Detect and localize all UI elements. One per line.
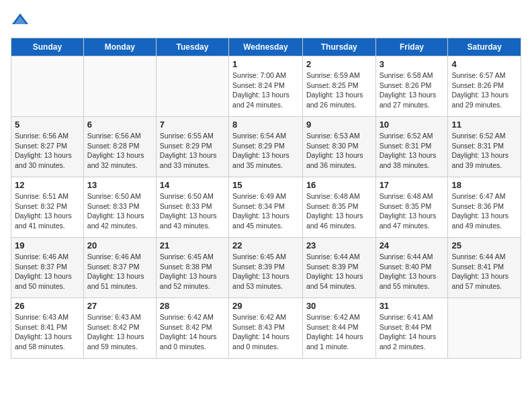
day-number: 28 [160, 301, 225, 311]
day-number: 4 [451, 59, 517, 69]
calendar-day-28: 28Sunrise: 6:42 AM Sunset: 8:42 PM Dayli… [156, 298, 228, 359]
day-info: Sunrise: 6:48 AM Sunset: 8:35 PM Dayligh… [380, 191, 445, 231]
day-number: 9 [306, 120, 372, 130]
day-info: Sunrise: 6:43 AM Sunset: 8:42 PM Dayligh… [87, 312, 152, 352]
day-info: Sunrise: 6:46 AM Sunset: 8:37 PM Dayligh… [87, 252, 152, 291]
calendar-day-22: 22Sunrise: 6:45 AM Sunset: 8:39 PM Dayli… [229, 238, 303, 298]
calendar-week-row: 1Sunrise: 7:00 AM Sunset: 8:24 PM Daylig… [11, 56, 521, 117]
calendar-day-empty [448, 298, 521, 359]
calendar-day-10: 10Sunrise: 6:52 AM Sunset: 8:31 PM Dayli… [375, 117, 448, 177]
day-info: Sunrise: 6:54 AM Sunset: 8:29 PM Dayligh… [232, 131, 299, 171]
day-number: 18 [451, 180, 517, 190]
day-number: 6 [87, 120, 152, 130]
weekday-header-wednesday: Wednesday [229, 38, 303, 56]
calendar-day-20: 20Sunrise: 6:46 AM Sunset: 8:37 PM Dayli… [83, 238, 156, 298]
calendar-day-21: 21Sunrise: 6:45 AM Sunset: 8:38 PM Dayli… [156, 238, 228, 298]
day-info: Sunrise: 6:43 AM Sunset: 8:41 PM Dayligh… [15, 312, 80, 352]
day-info: Sunrise: 6:51 AM Sunset: 8:32 PM Dayligh… [15, 191, 80, 231]
calendar-day-29: 29Sunrise: 6:42 AM Sunset: 8:43 PM Dayli… [229, 298, 303, 359]
day-number: 20 [87, 240, 152, 250]
day-number: 10 [380, 120, 445, 130]
calendar-day-empty [11, 56, 84, 117]
day-number: 16 [306, 180, 372, 190]
day-number: 21 [160, 240, 225, 250]
calendar-day-23: 23Sunrise: 6:44 AM Sunset: 8:39 PM Dayli… [302, 238, 375, 298]
calendar-day-17: 17Sunrise: 6:48 AM Sunset: 8:35 PM Dayli… [375, 177, 448, 238]
day-info: Sunrise: 6:58 AM Sunset: 8:26 PM Dayligh… [380, 71, 445, 110]
day-number: 15 [232, 180, 299, 190]
day-number: 31 [380, 301, 445, 311]
logo-icon [11, 11, 30, 30]
day-number: 26 [15, 301, 80, 311]
day-info: Sunrise: 6:49 AM Sunset: 8:34 PM Dayligh… [232, 191, 299, 231]
calendar-day-14: 14Sunrise: 6:50 AM Sunset: 8:33 PM Dayli… [156, 177, 228, 238]
calendar-table: SundayMondayTuesdayWednesdayThursdayFrid… [11, 38, 521, 359]
page-header [11, 11, 521, 30]
calendar-day-16: 16Sunrise: 6:48 AM Sunset: 8:35 PM Dayli… [302, 177, 375, 238]
day-info: Sunrise: 6:52 AM Sunset: 8:31 PM Dayligh… [451, 131, 517, 171]
day-number: 25 [451, 240, 517, 250]
day-info: Sunrise: 6:53 AM Sunset: 8:30 PM Dayligh… [306, 131, 372, 171]
calendar-day-9: 9Sunrise: 6:53 AM Sunset: 8:30 PM Daylig… [302, 117, 375, 177]
day-info: Sunrise: 6:55 AM Sunset: 8:29 PM Dayligh… [160, 131, 225, 171]
day-number: 29 [232, 301, 299, 311]
day-info: Sunrise: 6:47 AM Sunset: 8:36 PM Dayligh… [451, 191, 517, 231]
day-info: Sunrise: 6:45 AM Sunset: 8:38 PM Dayligh… [160, 252, 225, 291]
calendar-day-19: 19Sunrise: 6:46 AM Sunset: 8:37 PM Dayli… [11, 238, 84, 298]
calendar-day-empty [156, 56, 228, 117]
day-number: 17 [380, 180, 445, 190]
calendar-day-31: 31Sunrise: 6:41 AM Sunset: 8:44 PM Dayli… [375, 298, 448, 359]
calendar-week-row: 26Sunrise: 6:43 AM Sunset: 8:41 PM Dayli… [11, 298, 521, 359]
day-number: 27 [87, 301, 152, 311]
day-number: 1 [232, 59, 299, 69]
day-number: 13 [87, 180, 152, 190]
day-number: 8 [232, 120, 299, 130]
day-info: Sunrise: 6:44 AM Sunset: 8:39 PM Dayligh… [306, 252, 372, 291]
day-info: Sunrise: 6:44 AM Sunset: 8:40 PM Dayligh… [380, 252, 445, 291]
calendar-day-4: 4Sunrise: 6:57 AM Sunset: 8:26 PM Daylig… [448, 56, 521, 117]
calendar-day-13: 13Sunrise: 6:50 AM Sunset: 8:33 PM Dayli… [83, 177, 156, 238]
day-info: Sunrise: 6:42 AM Sunset: 8:43 PM Dayligh… [232, 312, 299, 352]
day-info: Sunrise: 7:00 AM Sunset: 8:24 PM Dayligh… [232, 71, 299, 110]
weekday-header-tuesday: Tuesday [156, 38, 228, 56]
weekday-header-row: SundayMondayTuesdayWednesdayThursdayFrid… [11, 38, 521, 56]
day-number: 22 [232, 240, 299, 250]
day-info: Sunrise: 6:52 AM Sunset: 8:31 PM Dayligh… [380, 131, 445, 171]
calendar-day-26: 26Sunrise: 6:43 AM Sunset: 8:41 PM Dayli… [11, 298, 84, 359]
weekday-header-sunday: Sunday [11, 38, 84, 56]
calendar-day-8: 8Sunrise: 6:54 AM Sunset: 8:29 PM Daylig… [229, 117, 303, 177]
weekday-header-monday: Monday [83, 38, 156, 56]
day-number: 5 [15, 120, 80, 130]
day-number: 30 [306, 301, 372, 311]
day-info: Sunrise: 6:45 AM Sunset: 8:39 PM Dayligh… [232, 252, 299, 291]
day-info: Sunrise: 6:46 AM Sunset: 8:37 PM Dayligh… [15, 252, 80, 291]
calendar-day-27: 27Sunrise: 6:43 AM Sunset: 8:42 PM Dayli… [83, 298, 156, 359]
weekday-header-saturday: Saturday [448, 38, 521, 56]
day-number: 23 [306, 240, 372, 250]
calendar-day-5: 5Sunrise: 6:56 AM Sunset: 8:27 PM Daylig… [11, 117, 84, 177]
logo [11, 11, 32, 30]
weekday-header-thursday: Thursday [302, 38, 375, 56]
day-info: Sunrise: 6:59 AM Sunset: 8:25 PM Dayligh… [306, 71, 372, 110]
calendar-day-30: 30Sunrise: 6:42 AM Sunset: 8:44 PM Dayli… [302, 298, 375, 359]
calendar-week-row: 5Sunrise: 6:56 AM Sunset: 8:27 PM Daylig… [11, 117, 521, 177]
day-number: 2 [306, 59, 372, 69]
calendar-week-row: 19Sunrise: 6:46 AM Sunset: 8:37 PM Dayli… [11, 238, 521, 298]
day-number: 3 [380, 59, 445, 69]
calendar-day-2: 2Sunrise: 6:59 AM Sunset: 8:25 PM Daylig… [302, 56, 375, 117]
calendar-day-3: 3Sunrise: 6:58 AM Sunset: 8:26 PM Daylig… [375, 56, 448, 117]
calendar-day-15: 15Sunrise: 6:49 AM Sunset: 8:34 PM Dayli… [229, 177, 303, 238]
day-info: Sunrise: 6:56 AM Sunset: 8:27 PM Dayligh… [15, 131, 80, 171]
calendar-day-24: 24Sunrise: 6:44 AM Sunset: 8:40 PM Dayli… [375, 238, 448, 298]
day-info: Sunrise: 6:57 AM Sunset: 8:26 PM Dayligh… [451, 71, 517, 110]
day-number: 24 [380, 240, 445, 250]
calendar-day-6: 6Sunrise: 6:56 AM Sunset: 8:28 PM Daylig… [83, 117, 156, 177]
day-number: 7 [160, 120, 225, 130]
day-info: Sunrise: 6:41 AM Sunset: 8:44 PM Dayligh… [380, 312, 445, 352]
day-info: Sunrise: 6:42 AM Sunset: 8:44 PM Dayligh… [306, 312, 372, 352]
day-info: Sunrise: 6:56 AM Sunset: 8:28 PM Dayligh… [87, 131, 152, 171]
calendar-day-25: 25Sunrise: 6:44 AM Sunset: 8:41 PM Dayli… [448, 238, 521, 298]
day-number: 12 [15, 180, 80, 190]
calendar-day-12: 12Sunrise: 6:51 AM Sunset: 8:32 PM Dayli… [11, 177, 84, 238]
day-number: 11 [451, 120, 517, 130]
